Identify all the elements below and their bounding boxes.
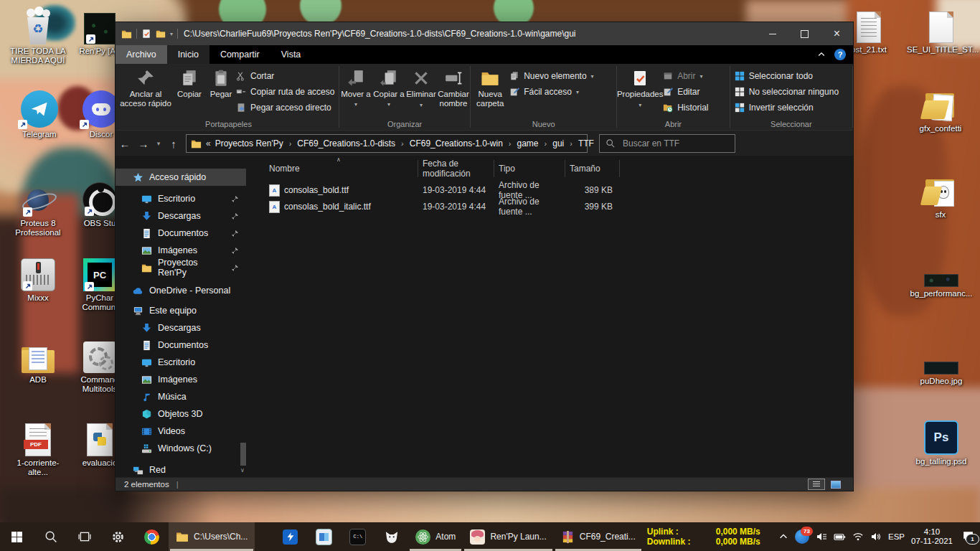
properties-icon[interactable] <box>141 29 151 39</box>
search-input[interactable] <box>621 138 725 149</box>
close-button[interactable]: × <box>821 22 853 45</box>
edit-button[interactable]: Editar <box>663 85 727 98</box>
move-to-button[interactable]: Mover a ▾ <box>339 64 372 109</box>
tab-compartir[interactable]: Compartir <box>209 45 270 64</box>
invert-selection-button[interactable]: Invertir selección <box>735 101 852 114</box>
sidebar-item-escritorio-pc[interactable]: Escritorio <box>116 354 246 371</box>
title-bar[interactable]: ▾ C:\Users\CharlieFuu69\Proyectos Ren'Py… <box>116 22 853 45</box>
folder-icon[interactable] <box>121 29 132 39</box>
sidebar-item-escritorio[interactable]: Escritorio <box>116 190 246 207</box>
collapse-ribbon-icon[interactable] <box>817 50 826 59</box>
taskbar-atom-button[interactable]: Atom <box>408 522 463 551</box>
column-header-fecha[interactable]: Fecha de modificación <box>418 160 494 177</box>
delete-button[interactable]: Eliminar▾ <box>405 64 437 110</box>
details-view-button[interactable] <box>808 479 825 490</box>
taskbar-fox-app-button[interactable] <box>374 522 408 551</box>
new-folder-icon[interactable] <box>156 29 166 39</box>
breadcrumb-segment[interactable]: CF69_Creations-1.0-win <box>410 138 503 149</box>
file-row[interactable]: A consolas_bold_italic.ttf 19-03-2019 4:… <box>265 199 613 215</box>
desktop-icon-pdf[interactable]: PDF 1-corriente-alte... <box>7 420 69 477</box>
sidebar-item-imagenes-pc[interactable]: Imágenes <box>116 371 246 388</box>
settings-button[interactable] <box>101 522 135 551</box>
desktop-icon-telegram[interactable]: Telegram <box>9 86 70 139</box>
breadcrumb-segment[interactable]: game <box>517 138 539 149</box>
sidebar-item-musica[interactable]: Música <box>116 388 246 405</box>
history-button[interactable]: Historial <box>663 101 727 114</box>
task-view-button[interactable] <box>67 522 101 551</box>
select-all-button[interactable]: Seleccionar todo <box>735 70 852 83</box>
up-button[interactable]: ↑ <box>164 138 183 150</box>
pin-quick-access-button[interactable]: Anclar al acceso rápido <box>118 64 173 108</box>
new-folder-button[interactable]: Nueva carpeta <box>471 64 509 108</box>
start-button[interactable] <box>0 522 34 551</box>
search-box[interactable] <box>599 134 735 153</box>
chrome-button[interactable] <box>135 522 169 551</box>
rename-button[interactable]: Cambiar nombre <box>437 64 470 108</box>
taskbar-winrar-button[interactable]: CF69_Creati... <box>554 522 643 551</box>
language-indicator[interactable]: ESP <box>888 532 905 541</box>
desktop-icon-proteus[interactable]: Proteus 8 Professional <box>7 181 69 237</box>
speaker-icon[interactable] <box>870 531 882 542</box>
sidebar-item-documentos-pc[interactable]: Documentos <box>116 336 246 354</box>
help-icon[interactable]: ? <box>834 49 846 60</box>
toolbar-dropdown-icon[interactable]: ▾ <box>170 31 173 37</box>
desktop-icon-mixxx[interactable]: Mixxx <box>7 255 69 303</box>
breadcrumb-segment[interactable]: gui <box>552 138 564 149</box>
paste-button[interactable]: Pegar <box>206 64 236 99</box>
back-button[interactable]: ← <box>116 138 134 150</box>
open-button[interactable]: Abrir▾ <box>663 70 727 83</box>
sidebar-scrollbar[interactable]: ∨ <box>240 156 246 479</box>
battery-icon[interactable] <box>834 531 846 543</box>
desktop-icon-adb-folder[interactable]: ADB <box>7 340 69 385</box>
copy-path-button[interactable]: Copiar ruta de acceso <box>236 85 338 98</box>
cut-button[interactable]: Cortar <box>236 70 338 83</box>
taskbar-terminal-button[interactable]: C:\ <box>341 522 374 551</box>
copy-to-button[interactable]: Copiar a ▾ <box>372 64 405 109</box>
sidebar-item-videos[interactable]: Videos <box>116 423 246 440</box>
properties-button[interactable]: Propiedades▾ <box>617 64 663 110</box>
desktop-icon-pudheo[interactable]: puDheo.jpg <box>907 359 976 386</box>
tray-expand-icon[interactable] <box>778 532 788 542</box>
volume-mixer-icon[interactable] <box>816 531 827 542</box>
breadcrumb-segment[interactable]: CF69_Creations-1.0-dists <box>297 138 395 149</box>
minimize-button[interactable] <box>756 22 788 45</box>
sidebar-item-proyectos-renpy[interactable]: Proyectos Ren'Py <box>116 259 246 276</box>
sidebar-item-onedrive[interactable]: OneDrive - Personal <box>116 282 246 299</box>
file-row[interactable]: A consolas_bold.ttf 19-03-2019 4:44 Arch… <box>265 182 613 198</box>
sidebar-item-descargas[interactable]: Descargas <box>116 207 246 225</box>
sidebar-item-acceso-rapido[interactable]: Acceso rápido <box>116 169 246 186</box>
maximize-button[interactable] <box>788 22 821 45</box>
sidebar-item-windows-c[interactable]: Windows (C:) <box>116 440 246 457</box>
select-none-button[interactable]: No seleccionar ninguno <box>735 85 852 98</box>
taskbar-app-bolt-button[interactable] <box>273 522 307 551</box>
breadcrumb-overflow-icon[interactable]: « <box>206 138 211 149</box>
address-bar[interactable]: « Proyectos Ren'Py› CF69_Creations-1.0-d… <box>186 134 588 153</box>
desktop-icon-bg-performance[interactable]: bg_performanc... <box>907 271 976 298</box>
new-item-button[interactable]: Nuevo elemento▾ <box>509 70 613 83</box>
desktop-icon-recycle-bin[interactable]: ♻ TIRE TODA LA MIERDA AQUÍ <box>7 7 69 65</box>
taskbar-search-button[interactable] <box>34 522 67 551</box>
sidebar-item-descargas-pc[interactable]: Descargas <box>116 319 246 336</box>
desktop-icon-se-ui-title[interactable]: SE_UI_TITLE_ST... <box>907 7 976 55</box>
breadcrumb-segment[interactable]: TTF <box>578 138 594 149</box>
forward-button[interactable]: → <box>134 138 153 150</box>
sidebar-item-este-equipo[interactable]: Este equipo <box>116 302 246 319</box>
column-header-tamano[interactable]: Tamaño <box>565 160 620 177</box>
paste-shortcut-button[interactable]: Pegar acceso directo <box>236 101 338 114</box>
tray-app-icon[interactable]: 73 <box>795 529 809 544</box>
sidebar-item-objetos-3d[interactable]: Objetos 3D <box>116 405 246 423</box>
tab-inicio[interactable]: Inicio <box>167 45 209 64</box>
taskbar-clock[interactable]: 4:10 07-11-2021 <box>911 527 953 546</box>
copy-button[interactable]: Copiar <box>173 64 206 99</box>
desktop-icon-photoshop-file[interactable]: Ps bg_talling.psd <box>907 419 976 466</box>
sidebar-item-imagenes[interactable]: Imágenes <box>116 242 246 259</box>
breadcrumb-segment[interactable]: Proyectos Ren'Py <box>215 138 283 149</box>
taskbar-renpy-button[interactable]: Ren'Py Laun... <box>463 522 553 551</box>
sidebar-item-red[interactable]: Red <box>116 461 246 479</box>
action-center-button[interactable]: 1 <box>962 529 974 545</box>
sidebar-item-documentos[interactable]: Documentos <box>116 225 246 242</box>
recent-locations-icon[interactable]: ▾ <box>153 140 164 147</box>
large-icons-view-button[interactable] <box>827 479 844 490</box>
taskbar-app-panel-button[interactable] <box>307 522 341 551</box>
wifi-icon[interactable] <box>852 531 864 542</box>
